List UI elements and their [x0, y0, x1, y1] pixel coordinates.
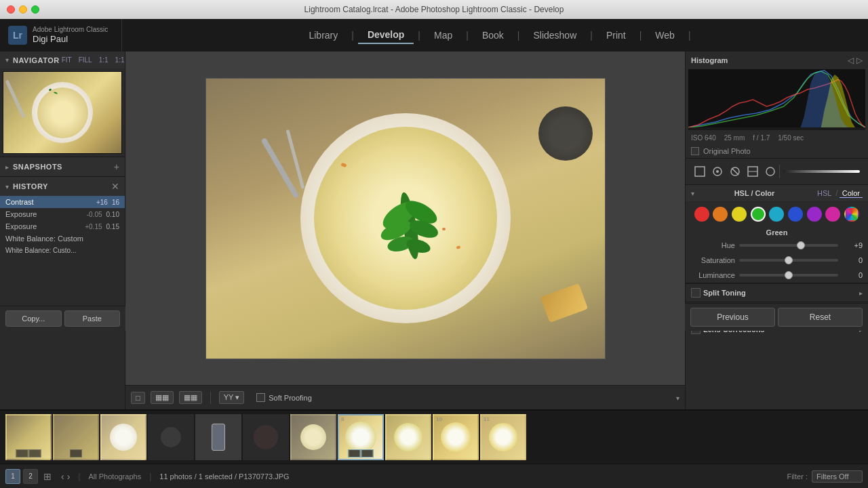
nav-slideshow[interactable]: Slideshow — [524, 27, 586, 43]
navigator-section: ▾ Navigator FIT FILL 1:1 1:16 — [0, 52, 125, 157]
toolbar-chevron[interactable]: ▾ — [676, 394, 679, 402]
snapshots-add-btn[interactable]: + — [114, 161, 119, 172]
nav-develop[interactable]: Develop — [358, 26, 414, 44]
history-item[interactable]: White Balance: Custom — [0, 232, 125, 245]
status-num-2[interactable]: 2 — [23, 469, 38, 484]
film-thumb-8[interactable]: 8 — [338, 414, 384, 460]
history-close-btn[interactable]: ✕ — [111, 181, 119, 192]
minimize-button[interactable] — [19, 5, 27, 14]
saturation-thumb[interactable] — [785, 256, 793, 264]
saturation-label: Saturation — [691, 256, 735, 264]
color-dot-yellow[interactable] — [732, 207, 747, 222]
copy-button[interactable]: Copy... — [5, 310, 62, 327]
film-thumb-9[interactable] — [385, 414, 431, 460]
hue-slider-row: Hue +9 — [686, 238, 868, 253]
svg-point-16 — [766, 167, 774, 176]
film-thumb-10[interactable]: 10 — [433, 414, 479, 460]
nav-book[interactable]: Book — [473, 27, 513, 43]
nav-preview-box — [3, 72, 121, 153]
color-dot-red[interactable] — [694, 207, 709, 222]
radial-filter-icon[interactable] — [762, 163, 779, 180]
nav-1-1-btn[interactable]: 1:1 — [97, 56, 111, 64]
film-thumb-11[interactable]: 11 — [480, 414, 526, 460]
hue-slider[interactable] — [739, 240, 838, 251]
filter-select[interactable]: Filters Off Flagged Unflagged Rated — [812, 470, 863, 483]
luminance-slider[interactable] — [739, 270, 838, 281]
hist-aperture: f / 1.7 — [753, 134, 770, 142]
status-next-btn[interactable]: › — [67, 471, 71, 482]
nav-1-16-btn[interactable]: 1:16 — [113, 56, 125, 64]
left-panel: ▾ Navigator FIT FILL 1:1 1:16 — [0, 52, 125, 409]
saturation-slider[interactable] — [739, 255, 838, 266]
hue-value: +9 — [842, 241, 863, 249]
hsl-color-section: ▾ HSL / Color HSL / Color — [686, 185, 868, 283]
red-eye-icon[interactable] — [726, 163, 744, 180]
status-collection[interactable]: All Photographs — [88, 472, 141, 481]
window-title: Lightroom Catalog.lrcat - Adobe Photosho… — [304, 5, 564, 14]
film-thumb-7[interactable] — [290, 414, 336, 460]
film-thumb-2[interactable]: 2 — [53, 414, 99, 460]
color-dot-orange[interactable] — [713, 207, 728, 222]
nav-map[interactable]: Map — [425, 27, 462, 43]
nav-web[interactable]: Web — [646, 27, 684, 43]
color-dot-all[interactable] — [844, 207, 859, 222]
nav-print[interactable]: Print — [597, 27, 635, 43]
hsl-tab-color[interactable]: Color — [840, 189, 863, 198]
film-thumb-5[interactable] — [195, 414, 241, 460]
color-dots-row — [686, 201, 868, 227]
reset-button[interactable]: Reset — [778, 308, 863, 327]
filmstrip: 2 8 10 11 — [0, 409, 868, 464]
previous-button[interactable]: Previous — [690, 308, 775, 327]
color-dot-blue[interactable] — [788, 207, 803, 222]
color-dot-green[interactable] — [751, 207, 766, 222]
graduated-filter-icon[interactable] — [744, 163, 762, 180]
film-thumb-1[interactable] — [5, 414, 52, 460]
svg-rect-9 — [695, 167, 705, 176]
status-grid-btn[interactable]: ⊞ — [43, 471, 52, 482]
film-thumb-4[interactable] — [148, 414, 194, 460]
color-dot-magenta[interactable] — [825, 207, 840, 222]
split-toning-row[interactable]: Split Toning ▸ — [686, 283, 868, 302]
status-prev-btn[interactable]: ‹ — [61, 471, 64, 482]
compare-view-btn[interactable]: ▦▦ — [179, 391, 202, 404]
color-dot-teal[interactable] — [769, 207, 784, 222]
luminance-thumb[interactable] — [785, 271, 793, 279]
color-dot-purple[interactable] — [807, 207, 822, 222]
nav-library[interactable]: Library — [299, 27, 347, 43]
status-num-1[interactable]: 1 — [5, 469, 20, 484]
hsl-arrow: ▾ — [691, 190, 694, 197]
film-thumb-6[interactable] — [243, 414, 289, 460]
history-header[interactable]: ▾ History ✕ — [0, 177, 125, 196]
hue-thumb[interactable] — [797, 241, 805, 249]
hist-clip-left-btn[interactable]: ◁ — [848, 56, 854, 65]
soft-proofing-toggle[interactable]: Soft Proofing — [256, 393, 312, 402]
single-view-btn[interactable]: □ — [131, 392, 145, 404]
hsl-color-header[interactable]: ▾ HSL / Color HSL / Color — [686, 185, 868, 201]
format-select-btn[interactable]: YY ▾ — [219, 391, 245, 404]
history-item[interactable]: Contrast +16 16 — [0, 196, 125, 208]
navigator-header[interactable]: ▾ Navigator FIT FILL 1:1 1:16 — [0, 52, 125, 68]
snapshots-header[interactable]: ▸ Snapshots + — [0, 157, 125, 176]
grid-view-btn[interactable]: ▦▦ — [151, 391, 174, 404]
history-item[interactable]: White Balance: Custo... — [0, 245, 125, 256]
original-photo-row: Original Photo — [686, 144, 868, 158]
split-toning-toggle[interactable] — [691, 288, 701, 298]
close-button[interactable] — [7, 5, 15, 14]
nav-fill-btn[interactable]: FILL — [77, 56, 94, 64]
original-photo-checkbox[interactable] — [691, 147, 699, 155]
history-item[interactable]: Exposure +0.15 0.15 — [0, 220, 125, 232]
paste-button[interactable]: Paste — [64, 310, 121, 327]
crop-tool-icon[interactable] — [691, 163, 709, 180]
film-thumb-3[interactable] — [100, 414, 146, 460]
history-item[interactable]: Exposure -0.05 0.10 — [0, 208, 125, 220]
soft-proofing-checkbox[interactable] — [256, 393, 265, 402]
tool-icons-row — [686, 159, 868, 185]
maximize-button[interactable] — [31, 5, 39, 14]
hsl-tab-hsl[interactable]: HSL — [814, 189, 834, 197]
app-name: Adobe Lightroom Classic — [33, 26, 108, 34]
hist-clip-right-btn[interactable]: ▷ — [856, 56, 863, 65]
histogram-bars — [688, 69, 865, 127]
brand-area: Lr Adobe Lightroom Classic Digi Paul — [0, 19, 122, 52]
nav-fit-btn[interactable]: FIT — [60, 56, 74, 64]
spot-heal-icon[interactable] — [709, 163, 726, 180]
